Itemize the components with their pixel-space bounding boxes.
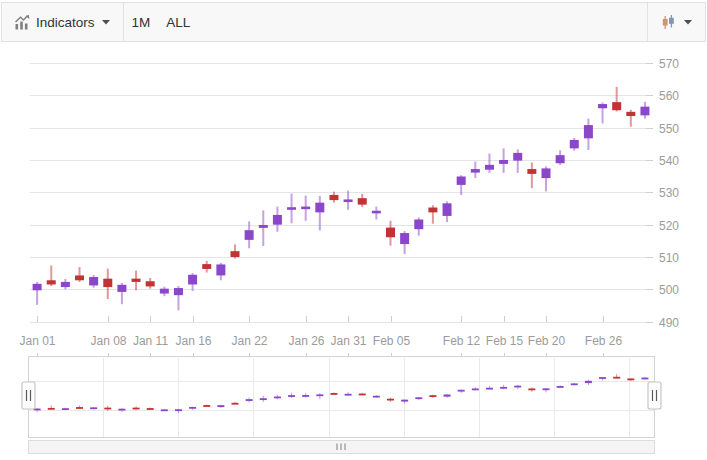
candle-body — [117, 285, 126, 292]
mini-candle-body — [288, 395, 295, 397]
candle[interactable] — [612, 87, 621, 112]
grid — [30, 64, 653, 323]
mini-candle-body — [203, 405, 210, 407]
candle[interactable] — [513, 149, 522, 173]
candle[interactable] — [202, 261, 211, 273]
candle[interactable] — [400, 231, 409, 254]
price-candlestick-chart[interactable]: 570560550540530520510500490Jan 01Jan 08J… — [0, 0, 707, 460]
candle-body — [584, 125, 593, 138]
candle[interactable] — [273, 207, 282, 232]
candle-body — [541, 168, 550, 178]
candle[interactable] — [89, 275, 98, 288]
candle[interactable] — [117, 283, 126, 304]
candle[interactable] — [231, 244, 240, 258]
range-scrollbar[interactable] — [29, 441, 655, 454]
y-axis-label: 490 — [659, 316, 679, 330]
candle[interactable] — [146, 278, 155, 289]
candle-body — [174, 288, 183, 295]
candle-body — [499, 160, 508, 164]
candle[interactable] — [372, 207, 381, 220]
candle[interactable] — [329, 192, 338, 203]
range-frame — [29, 357, 655, 438]
candle[interactable] — [174, 286, 183, 310]
mini-candle-body — [415, 397, 422, 399]
x-axis-label: Feb 20 — [528, 334, 566, 348]
candle-body — [414, 219, 423, 229]
candle[interactable] — [132, 271, 141, 291]
candle[interactable] — [33, 282, 42, 305]
range-start-handle[interactable] — [22, 382, 35, 409]
candle-body — [216, 264, 225, 275]
mini-candle-body — [599, 377, 606, 379]
mini-candle-body — [76, 407, 83, 409]
candle[interactable] — [216, 263, 225, 280]
candle-body — [245, 230, 254, 240]
candle[interactable] — [570, 138, 579, 151]
candle-body — [132, 279, 141, 282]
candle[interactable] — [443, 201, 452, 222]
candle[interactable] — [47, 265, 56, 286]
candle-body — [33, 284, 42, 290]
candle[interactable] — [626, 110, 635, 127]
candle[interactable] — [259, 210, 268, 246]
mini-candle-body — [62, 408, 69, 410]
candle-body — [61, 282, 70, 287]
candle[interactable] — [75, 267, 84, 282]
candle[interactable] — [61, 279, 70, 289]
mini-candle-body — [189, 407, 196, 409]
mini-candle-body — [458, 390, 465, 392]
candle[interactable] — [485, 154, 494, 173]
mini-candle-body — [232, 403, 239, 405]
candle-body — [273, 215, 282, 225]
candle[interactable] — [471, 162, 480, 178]
candle-body — [626, 112, 635, 116]
candle[interactable] — [541, 166, 550, 191]
mini-candle-body — [48, 408, 55, 410]
mini-candle-body — [302, 395, 309, 397]
mini-candle-body — [557, 386, 564, 388]
candle[interactable] — [160, 287, 169, 296]
candle[interactable] — [358, 194, 367, 207]
candle[interactable] — [584, 119, 593, 150]
x-axis-label: Jan 22 — [231, 334, 267, 348]
mini-candle-body — [118, 409, 125, 411]
range-end-handle[interactable] — [648, 382, 661, 409]
range-selector[interactable] — [22, 357, 661, 438]
candlestick-chart-widget: Indicators 1M ALL — [0, 0, 707, 460]
mini-candle-body — [373, 396, 380, 398]
candles-series — [33, 87, 650, 310]
candle[interactable] — [386, 221, 395, 246]
mini-candle-body — [274, 397, 281, 399]
candle-body — [372, 211, 381, 214]
candle[interactable] — [287, 194, 296, 224]
candle[interactable] — [188, 273, 197, 291]
candle[interactable] — [301, 196, 310, 221]
y-axis-label: 510 — [659, 251, 679, 265]
candle[interactable] — [527, 163, 536, 189]
candle[interactable] — [499, 148, 508, 173]
x-axis-label: Feb 05 — [373, 334, 411, 348]
candle-body — [89, 277, 98, 285]
candle[interactable] — [598, 102, 607, 123]
mini-candle-body — [528, 388, 535, 390]
candle[interactable] — [103, 269, 112, 299]
mini-candle-body — [330, 393, 337, 395]
mini-candle-body — [585, 381, 592, 383]
candle[interactable] — [414, 218, 423, 236]
candle[interactable] — [428, 205, 437, 223]
candle[interactable] — [640, 102, 649, 119]
candle-body — [513, 153, 522, 161]
candle[interactable] — [457, 175, 466, 195]
candle-body — [146, 281, 155, 286]
mini-candle-body — [147, 408, 154, 410]
handle-body — [22, 382, 35, 409]
y-axis-label: 550 — [659, 122, 679, 136]
mini-candle-body — [514, 386, 521, 388]
mini-candle-body — [175, 409, 182, 411]
candle-body — [75, 275, 84, 280]
candle[interactable] — [556, 150, 565, 165]
x-axis-labels: Jan 01Jan 08Jan 11Jan 16Jan 22Jan 26Jan … — [19, 316, 622, 357]
candle-body — [287, 207, 296, 210]
candle-body — [344, 199, 353, 202]
candle[interactable] — [344, 191, 353, 210]
